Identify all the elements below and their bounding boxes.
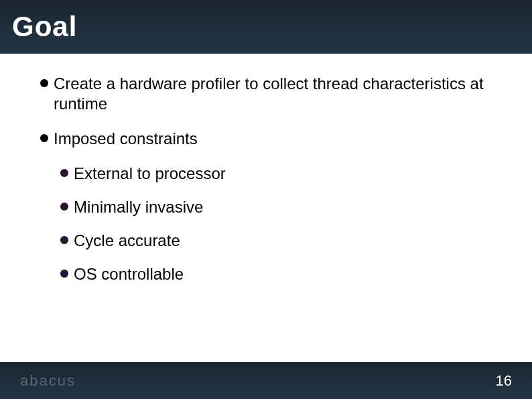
bullet-icon: [60, 236, 68, 244]
bullet-icon: [40, 134, 48, 142]
bullet-icon: [60, 270, 68, 278]
footer-bar: abacus 16: [0, 362, 532, 399]
bullet-text: External to processor: [74, 164, 492, 184]
bullet-text: Minimally invasive: [74, 197, 492, 217]
bullet-item: Create a hardware profiler to collect th…: [40, 74, 492, 114]
bullet-text: Create a hardware profiler to collect th…: [54, 74, 492, 114]
slide-title: Goal: [12, 11, 77, 43]
bullet-item-sub: OS controllable: [40, 264, 492, 284]
footer-logo: abacus: [20, 372, 76, 390]
bullet-icon: [40, 79, 48, 87]
bullet-item: Imposed constraints: [40, 129, 492, 149]
bullet-text: Imposed constraints: [54, 129, 492, 149]
bullet-item-sub: External to processor: [40, 164, 492, 184]
bullet-text: OS controllable: [74, 264, 492, 284]
page-number: 16: [496, 372, 512, 390]
slide-content: Create a hardware profiler to collect th…: [0, 54, 532, 284]
bullet-item-sub: Minimally invasive: [40, 197, 492, 217]
bullet-icon: [60, 169, 68, 177]
bullet-item-sub: Cycle accurate: [40, 231, 492, 251]
title-bar: Goal: [0, 0, 532, 54]
bullet-text: Cycle accurate: [74, 231, 492, 251]
bullet-icon: [60, 203, 68, 211]
